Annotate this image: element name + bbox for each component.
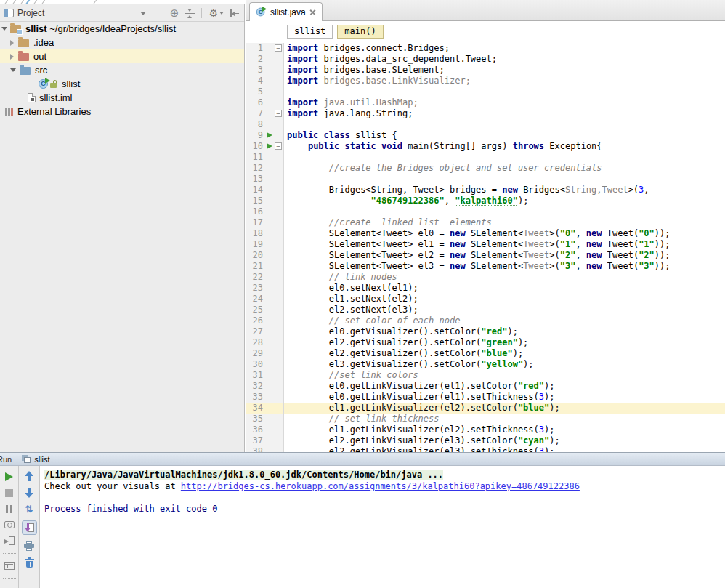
- fold-marker-icon[interactable]: −: [275, 44, 282, 52]
- settings-gear-icon[interactable]: ⚙: [208, 8, 224, 18]
- code-line: 24 el1.setNext(el2);: [246, 294, 725, 305]
- tree-item-label: out: [33, 51, 46, 62]
- console-text: Check out your visuals at: [44, 481, 181, 491]
- java-class-run-icon: C: [39, 78, 49, 89]
- tree-item-label: .idea: [33, 37, 54, 48]
- java-class-run-icon: C: [256, 7, 267, 17]
- run-tool-window: Run sllist ⇅: [0, 452, 725, 588]
- code-line: 28 el2.getVisualizer().setColor("green")…: [246, 337, 725, 348]
- expand-arrow-icon[interactable]: [1, 27, 7, 31]
- clear-all-button[interactable]: [25, 557, 34, 568]
- code-line: 21 SLelement<Tweet> el3 = new SLelement<…: [246, 261, 725, 272]
- code-line: 2import bridges.data_src_dependent.Tweet…: [246, 54, 725, 65]
- module-file-icon: [28, 93, 36, 102]
- project-folder-icon: [10, 25, 21, 33]
- toolbar-divider: [201, 8, 202, 18]
- fold-marker-icon[interactable]: −: [275, 142, 282, 150]
- lock-icon: [50, 80, 57, 89]
- tree-row-out[interactable]: out: [0, 49, 244, 63]
- libraries-icon: [5, 107, 13, 116]
- run-line-icon[interactable]: [267, 132, 272, 138]
- tree-row-project-root[interactable]: sllist ~/gr/bridges/IdeaProjects/sllist: [0, 22, 244, 36]
- rerun-button[interactable]: [5, 472, 13, 481]
- down-stack-trace-button[interactable]: [25, 488, 34, 498]
- tree-row-idea[interactable]: .idea: [0, 36, 244, 49]
- tree-row-external-libraries[interactable]: External Libraries: [0, 105, 244, 118]
- run-panel-body: ⇅ /Library/Java/JavaVirtualMachines/jdk1…: [0, 466, 725, 588]
- console-system-text: Process finished with exit code 0: [44, 504, 217, 514]
- code-editor[interactable]: 1−import bridges.connect.Bridges;2import…: [246, 41, 725, 452]
- code-line: 5: [246, 86, 725, 97]
- code-line: 37 el2.getLinkVisualizer(el3).setColor("…: [246, 435, 725, 446]
- collapse-arrow-icon[interactable]: [10, 68, 16, 72]
- run-tab-sllist[interactable]: sllist: [22, 455, 49, 464]
- fold-marker-icon[interactable]: −: [275, 110, 282, 117]
- print-button[interactable]: [24, 541, 34, 551]
- console-line: /Library/Java/JavaVirtualMachines/jdk1.8…: [44, 470, 725, 481]
- tree-row-sllist-class[interactable]: C sllist: [0, 77, 244, 91]
- code-line: 32 el0.getLinkVisualizer(el1).setColor("…: [246, 381, 725, 392]
- project-tool-window: Project ⊕ ⚙ sllist ~/gr/bridges/IdeaProj…: [0, 4, 245, 452]
- project-tool-window-icon: [4, 9, 14, 17]
- editor-tab-sllist-java[interactable]: C sllist.java: [249, 2, 323, 21]
- tree-item-label: sllist: [62, 78, 80, 89]
- console-link[interactable]: http://bridges-cs.herokuapp.com/assignme…: [181, 481, 580, 491]
- pause-output-button[interactable]: [6, 505, 12, 513]
- breadcrumb-class[interactable]: sllist: [287, 25, 333, 39]
- code-line: 20 SLelement<Tweet> el2 = new SLelement<…: [246, 250, 725, 261]
- run-toolbar: [0, 466, 19, 588]
- code-line: 12 //create the Bridges object and set u…: [246, 163, 725, 174]
- run-line-icon[interactable]: [267, 143, 272, 149]
- breadcrumb: sllist main(): [246, 21, 725, 41]
- show-console-button[interactable]: [4, 536, 15, 545]
- code-line: 3import bridges.base.SLelement;: [246, 65, 725, 76]
- tree-item-label: src: [35, 65, 47, 76]
- folder-icon: [20, 67, 31, 75]
- project-view-dropdown-icon[interactable]: [140, 12, 146, 15]
- breadcrumb-method[interactable]: main(): [337, 25, 383, 39]
- code-line: 16: [246, 206, 725, 217]
- collapse-all-icon[interactable]: [185, 9, 195, 18]
- tree-item-label: sllist.iml: [39, 92, 73, 103]
- folder-icon: [18, 53, 29, 61]
- soft-wrap-button[interactable]: ⇅: [25, 504, 33, 514]
- code-line: 30 el3.getVisualizer().setColor("yellow"…: [246, 359, 725, 370]
- toolbar-separator: [3, 578, 16, 579]
- tree-row-src[interactable]: src: [0, 63, 244, 77]
- project-root-name: sllist: [25, 23, 47, 34]
- code-line: 8: [246, 119, 725, 130]
- run-console-output[interactable]: /Library/Java/JavaVirtualMachines/jdk1.8…: [40, 466, 725, 588]
- ide-window: Project ⊕ ⚙ sllist ~/gr/bridges/IdeaProj…: [0, 0, 725, 588]
- up-stack-trace-button[interactable]: [25, 471, 34, 481]
- dump-threads-button[interactable]: [4, 521, 15, 528]
- run-tab-label: sllist: [34, 455, 49, 464]
- console-line: Process finished with exit code 0: [44, 504, 725, 515]
- expand-arrow-icon[interactable]: [10, 54, 14, 60]
- code-line: 15 "486749122386", "kalpathi60");: [246, 196, 725, 206]
- run-panel-header: Run sllist: [0, 452, 725, 466]
- code-line: 25 el2.setNext(el3);: [246, 305, 725, 315]
- code-line: 27 el0.getVisualizer().setColor("red");: [246, 326, 725, 337]
- code-line: 10− public static void main(String[] arg…: [246, 141, 725, 152]
- code-line: 29 el2.getVisualizer().setColor("blue");: [246, 348, 725, 359]
- code-line: 35 // set link thickness: [246, 414, 725, 424]
- console-toolbar: ⇅: [19, 466, 40, 588]
- code-line: 34 el1.getLinkVisualizer(el2).setColor("…: [246, 403, 725, 414]
- stop-button[interactable]: [5, 489, 13, 497]
- console-line: Check out your visuals at http://bridges…: [44, 481, 725, 493]
- code-line: 18 SLelement<Tweet> el0 = new SLelement<…: [246, 228, 725, 239]
- tree-row-sllist-iml[interactable]: sllist.iml: [0, 91, 244, 105]
- expand-arrow-icon[interactable]: [10, 40, 14, 46]
- code-line: 7−import java.lang.String;: [246, 108, 725, 119]
- close-tab-icon[interactable]: [309, 9, 316, 15]
- restore-layout-button[interactable]: [4, 562, 15, 570]
- console-command-text: /Library/Java/JavaVirtualMachines/jdk1.8…: [44, 470, 443, 480]
- run-configuration-icon: [22, 455, 31, 463]
- scroll-from-source-icon[interactable]: ⊕: [170, 8, 179, 18]
- code-line: 23 el0.setNext(el1);: [246, 283, 725, 294]
- hide-panel-icon[interactable]: [230, 9, 240, 17]
- code-line: 36 el1.getLinkVisualizer(el2).setThickne…: [246, 424, 725, 435]
- code-line: 6import java.util.HashMap;: [246, 97, 725, 108]
- scroll-to-end-button[interactable]: [22, 520, 37, 535]
- project-view-title[interactable]: Project: [17, 8, 44, 18]
